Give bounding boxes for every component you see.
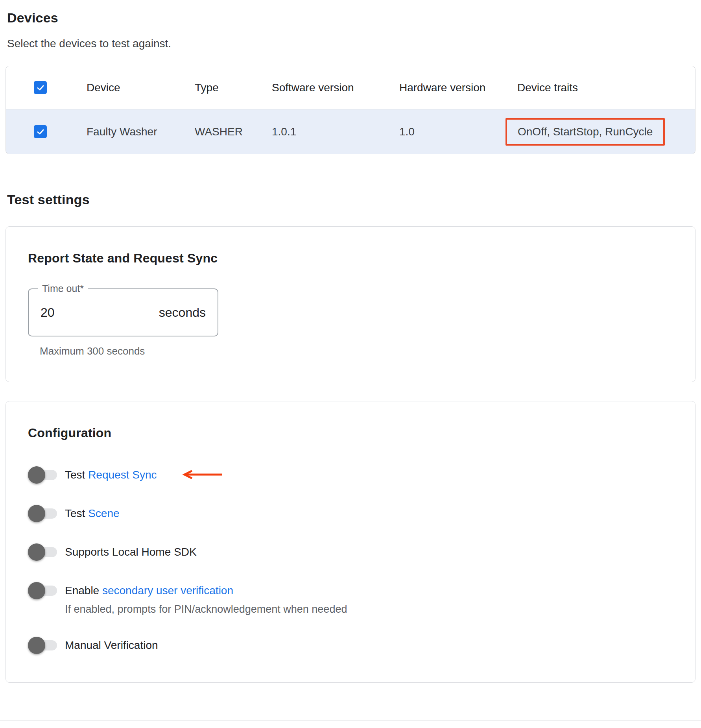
toggle-knob [28,505,45,522]
secondary-user-verification-link[interactable]: secondary user verification [102,584,233,597]
column-header-type: Type [195,81,272,94]
device-row-checkbox[interactable] [34,125,47,138]
request-sync-link[interactable]: Request Sync [88,469,157,481]
software-version-cell: 1.0.1 [272,126,399,138]
toggle-label-text: Manual Verification [65,639,158,651]
column-header-software-version: Software version [272,81,399,94]
column-header-hardware-version: Hardware version [399,81,517,94]
red-arrow-annotation-icon [179,469,223,480]
timeout-field-label: Time out* [38,283,88,294]
report-state-card: Report State and Request Sync Time out* … [6,226,695,382]
device-type-cell: WASHER [195,126,272,138]
toggle-row-test-scene: Test Scene [28,505,673,522]
device-traits-cell: OnOff, StartStop, RunCycle [517,118,695,146]
toggle-group-secondary-verification: Enable secondary user verification If en… [28,582,673,615]
configuration-card: Configuration Test Request Sync Test Sce… [6,401,695,683]
check-icon [36,83,45,92]
row-checkbox-cell [28,125,87,138]
select-all-checkbox[interactable] [34,81,47,94]
timeout-helper-text: Maximum 300 seconds [40,345,673,357]
device-traits-highlight-box: OnOff, StartStop, RunCycle [505,118,665,146]
secondary-verification-subtext: If enabled, prompts for PIN/acknowledgem… [65,603,673,615]
toggle-knob [28,582,45,599]
device-row: Faulty Washer WASHER 1.0.1 1.0 OnOff, St… [6,109,695,154]
test-scene-toggle[interactable] [28,505,57,522]
local-home-sdk-toggle[interactable] [28,543,57,561]
toggle-label: Enable secondary user verification [65,584,233,597]
column-header-device-traits: Device traits [517,81,695,94]
toggle-label: Supports Local Home SDK [65,546,197,558]
secondary-verification-toggle[interactable] [28,582,57,599]
report-card-title: Report State and Request Sync [28,251,673,266]
toggle-label-text: Test [65,469,88,481]
manual-verification-toggle[interactable] [28,637,57,654]
toggle-label-text: Test [65,507,88,519]
toggle-label: Manual Verification [65,639,158,652]
timeout-field: Time out* seconds [28,288,218,336]
toggle-label: Test Scene [65,507,120,520]
timeout-unit-suffix: seconds [159,305,206,320]
configuration-card-title: Configuration [28,426,673,440]
scene-link[interactable]: Scene [88,507,119,519]
toggle-row-test-request-sync: Test Request Sync [28,466,673,484]
test-request-sync-toggle[interactable] [28,466,57,484]
toggle-label-text: Enable [65,584,102,597]
page-content: Devices Select the devices to test again… [0,10,701,683]
device-name-cell: Faulty Washer [87,126,195,138]
footer-actions: Back: Select project Next: Test environm… [0,721,701,728]
page-title: Devices [7,10,695,26]
toggle-knob [28,466,45,484]
column-header-device: Device [87,81,195,94]
hardware-version-cell: 1.0 [399,126,517,138]
toggle-row-manual-verification: Manual Verification [28,637,673,654]
select-all-checkbox-cell [28,81,87,94]
devices-table: Device Type Software version Hardware ve… [6,66,695,154]
timeout-input[interactable] [41,305,127,320]
check-icon [36,127,45,137]
test-settings-title: Test settings [7,192,695,207]
devices-table-header: Device Type Software version Hardware ve… [6,66,695,109]
toggle-row-local-home-sdk: Supports Local Home SDK [28,543,673,561]
toggle-knob [28,637,45,654]
toggle-label: Test Request Sync [65,469,223,481]
devices-subtitle: Select the devices to test against. [7,37,695,50]
toggle-knob [28,543,45,561]
toggle-label-text: Supports Local Home SDK [65,546,197,558]
toggle-row-secondary-verification: Enable secondary user verification [28,582,673,599]
